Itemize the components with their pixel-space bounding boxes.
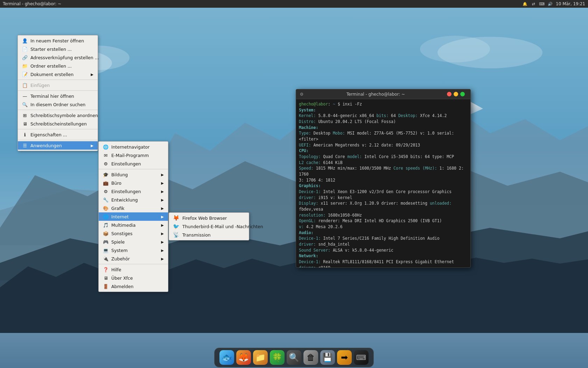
panel-right: 🔔 ⇄ ⌨ 🔊 10 Mär, 19:21: [522, 1, 585, 7]
bell-icon[interactable]: 🔔: [522, 1, 528, 7]
dock-item-trash[interactable]: 🗑: [303, 350, 318, 365]
menu-properties[interactable]: ℹ Eigenschaften ...: [18, 130, 98, 139]
dock-search-icon: 🔍: [289, 353, 299, 362]
menu-open-terminal[interactable]: — Terminal hier öffnen: [18, 92, 98, 100]
terminal-window: ⚙ Terminal - ghecho@labor: ~ ghecho@labo…: [296, 89, 471, 268]
terminal-line-machine: Machine:: [299, 125, 468, 131]
submenu-internet: 🦊 Firefox Web Browser 🐦 Thunderbird-E-Ma…: [169, 212, 249, 240]
einstellungen-arrow: ▶: [161, 190, 164, 193]
datetime: 10 Mär, 19:21: [556, 1, 585, 6]
paste-icon: 📋: [22, 82, 28, 88]
close-button[interactable]: [447, 92, 451, 96]
menu-multimedia[interactable]: 🎵 Multimedia ▶: [99, 221, 168, 229]
menu-firefox[interactable]: 🦊 Firefox Web Browser: [169, 214, 249, 222]
minimize-button[interactable]: [454, 92, 458, 96]
terminal-line-distro: Distro: Ubuntu 20.04.2 LTS (Focal Fossa): [299, 119, 468, 125]
terminal-titlebar: ⚙ Terminal - ghecho@labor: ~: [296, 89, 470, 99]
sep3: [18, 110, 98, 110]
titlebar-gear-icon[interactable]: ⚙: [299, 91, 304, 97]
menu-buro[interactable]: 💼 Büro ▶: [99, 179, 168, 187]
svg-point-10: [438, 37, 542, 68]
terminal-body[interactable]: ghecho@labor: ~ $ inxi -Fz System: Kerne…: [296, 99, 470, 267]
dock-item-storage[interactable]: 💾: [320, 350, 335, 365]
dock-storage-icon: 💾: [322, 353, 333, 362]
dock-item-clover[interactable]: 🍀: [270, 350, 285, 365]
applications-arrow: ▶: [91, 144, 93, 148]
address-icon: 🔗: [22, 55, 28, 60]
system-icon: 💻: [103, 247, 108, 253]
terminal-line-display: Display: x11 server: X.Org 1.20.9 driver…: [299, 200, 468, 212]
menu-system[interactable]: 💻 System ▶: [99, 246, 168, 254]
svg-marker-6: [0, 228, 588, 333]
menu-sonstiges[interactable]: 📦 Sonstiges ▶: [99, 229, 168, 238]
multimedia-arrow: ▶: [161, 223, 164, 227]
menu-bildung[interactable]: 🎓 Bildung ▶: [99, 170, 168, 179]
bildung-icon: 🎓: [103, 172, 108, 177]
entwicklung-icon: 🔧: [103, 197, 108, 203]
dock-item-firefox[interactable]: 🦊: [236, 350, 251, 365]
menu-desktop-settings[interactable]: 🖥 Schreibtischeinstellungen: [18, 120, 98, 128]
terminal-line-network-header: Network:: [299, 253, 468, 259]
menu-email[interactable]: ✉ E-Mail-Programm: [99, 151, 168, 159]
dock-terminal-icon: ⌨: [356, 353, 366, 362]
menu-create-document[interactable]: 📝 Dokument erstellen ▶: [18, 70, 98, 79]
submenu-applications: 🌐 Internetnavigator ✉ E-Mail-Programm ⚙ …: [98, 141, 168, 292]
menu-arrange-icons[interactable]: ⊞ Schreibtischsymbole anordnen: [18, 111, 98, 120]
menu-create-starter[interactable]: 📄 Starter erstellen ...: [18, 45, 98, 53]
svg-marker-5: [0, 158, 588, 280]
terminal-line-prompt: ghecho@labor: ~ $ inxi -Fz: [299, 101, 468, 107]
email-icon: ✉: [103, 152, 108, 158]
buro-arrow: ▶: [161, 181, 164, 185]
terminal-line-device-network: Device-1: Realtek RTL8111/8168/8411 PCI …: [299, 259, 468, 265]
bildung-arrow: ▶: [161, 173, 164, 177]
menu-applications[interactable]: ☰ Anwendungen ▶ 🌐 Internetnavigator ✉ E-…: [18, 141, 98, 150]
search-icon: 🔍: [22, 102, 28, 107]
menu-einstellungen-top[interactable]: ⚙ Einstellungen: [99, 159, 168, 168]
dock-item-terminal[interactable]: ⌨: [354, 350, 369, 365]
menu-uber-xfce[interactable]: 🖥 Über Xfce: [99, 274, 168, 282]
terminal-line-driver-graphics: driver: i915 v: kernel: [299, 195, 468, 201]
document-arrow: ▶: [91, 73, 93, 76]
menu-paste[interactable]: 📋 Einfügen: [18, 81, 98, 89]
menu-new-window[interactable]: 👤 In neuem Fenster öffnen: [18, 36, 98, 45]
menu-thunderbird[interactable]: 🐦 Thunderbird-E-Mail und -Nachrichten: [169, 222, 249, 231]
volume-icon[interactable]: 🔊: [547, 1, 553, 7]
apps-sep1: [99, 169, 168, 169]
uber-xfce-icon: 🖥: [103, 275, 108, 281]
menu-internet-nav[interactable]: 🌐 Internetnavigator: [99, 143, 168, 151]
taskbar: 🐟 🦊 📁 🍀 🔍 🗑 💾 ➡ ⌨: [0, 347, 588, 368]
dock-item-finder[interactable]: 🐟: [219, 350, 234, 365]
terminal-line-topology: Topology: Quad Core model: Intel Core i5…: [299, 154, 468, 160]
menu-search-folder[interactable]: 🔍 In diesem Ordner suchen: [18, 100, 98, 109]
menu-internet[interactable]: 🌐 Internet ▶ 🦊 Firefox Web Browser 🐦 Thu…: [99, 212, 168, 221]
menu-entwicklung[interactable]: 🔧 Entwicklung ▶: [99, 196, 168, 204]
menu-create-address[interactable]: 🔗 Adressverknüpfung erstellen ...: [18, 53, 98, 62]
terminal-line-kernel: Kernel: 5.8.0-44-generic x86_64 bits: 64…: [299, 113, 468, 119]
menu-abmelden[interactable]: 🚪 Abmelden: [99, 282, 168, 291]
dock-item-files[interactable]: 📁: [253, 350, 268, 365]
menu-create-folder[interactable]: 📁 Ordner erstellen ...: [18, 62, 98, 70]
internet-arrow: ▶: [161, 215, 164, 219]
dock-item-forward[interactable]: ➡: [337, 350, 352, 365]
firefox-icon: 🦊: [173, 215, 179, 221]
zubehor-icon: 🔌: [103, 256, 108, 261]
menu-transmission[interactable]: 📡 Transmission: [169, 231, 249, 239]
maximize-button[interactable]: [460, 92, 465, 96]
menu-spiele[interactable]: 🎮 Spiele ▶: [99, 238, 168, 246]
system-arrow: ▶: [161, 248, 164, 252]
spiele-arrow: ▶: [161, 240, 164, 244]
dock-item-magnifier[interactable]: 🔍: [287, 350, 301, 365]
dock-trash-icon: 🗑: [307, 353, 315, 362]
multimedia-icon: 🎵: [103, 222, 108, 228]
terminal-line-cpu-header: CPU:: [299, 148, 468, 154]
menu-hilfe[interactable]: ❓ Hilfe: [99, 265, 168, 274]
context-menu: 👤 In neuem Fenster öffnen 📄 Starter erst…: [18, 35, 98, 151]
terminal-line-opengl: OpenGL: renderer: Mesa DRI Intel HD Grap…: [299, 218, 468, 224]
svg-marker-7: [0, 258, 588, 333]
arrows-icon[interactable]: ⇄: [531, 1, 536, 7]
keyboard-icon[interactable]: ⌨: [539, 1, 545, 7]
menu-zubehor[interactable]: 🔌 Zubehör ▶: [99, 254, 168, 263]
terminal-line-l2: L2 cache: 6144 KiB: [299, 160, 468, 166]
menu-einstellungen[interactable]: ⚙ Einstellungen ▶: [99, 187, 168, 196]
menu-grafik[interactable]: 🎨 Grafik ▶: [99, 204, 168, 212]
